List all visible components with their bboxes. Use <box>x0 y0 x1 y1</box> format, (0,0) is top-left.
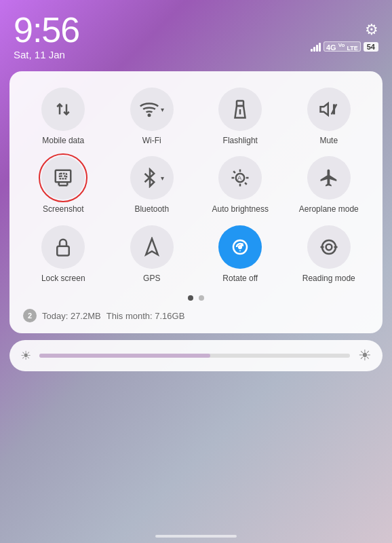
date-display: Sat, 11 Jan <box>14 49 79 60</box>
svg-rect-7 <box>56 170 71 183</box>
time-block: 9:56 Sat, 11 Jan <box>14 12 79 60</box>
settings-icon[interactable]: ⚙ <box>365 21 378 39</box>
signal-bar-4 <box>319 43 321 52</box>
svg-text:A: A <box>238 174 242 181</box>
aeroplane-label: Aeroplane mode <box>299 204 359 214</box>
tile-screenshot[interactable]: Screenshot <box>20 153 106 217</box>
wifi-icon-wrap: ▾ <box>130 88 174 131</box>
tile-rotate-off[interactable]: Rotate off <box>197 223 283 286</box>
tile-bluetooth[interactable]: ▾ Bluetooth <box>109 153 195 217</box>
mute-label: Mute <box>319 136 338 145</box>
tile-flashlight[interactable]: Flashlight <box>197 85 283 148</box>
tile-lock-screen[interactable]: Lock screen <box>20 223 106 286</box>
svg-rect-19 <box>58 246 70 256</box>
brightness-high-icon: ☀ <box>358 347 372 364</box>
wifi-label: Wi-Fi <box>142 136 161 145</box>
network-badge: 4G Vo LTE <box>324 41 361 52</box>
signal-bar-3 <box>316 45 318 52</box>
status-bar: 9:56 Sat, 11 Jan ⚙ 4G Vo LTE 54 <box>0 0 392 64</box>
page-dots <box>20 295 372 301</box>
signal-bars <box>311 42 321 52</box>
tile-auto-brightness[interactable]: A Auto brightness <box>197 153 283 217</box>
rotate-off-label: Rotate off <box>222 274 258 283</box>
bluetooth-label: Bluetooth <box>134 204 169 214</box>
svg-point-2 <box>149 115 151 117</box>
mute-icon-wrap <box>307 88 351 131</box>
wifi-icon <box>139 99 159 119</box>
screenshot-label: Screenshot <box>43 204 84 214</box>
status-right: ⚙ 4G Vo LTE 54 <box>311 21 378 52</box>
gps-label: GPS <box>143 274 160 283</box>
mobile-data-label: Mobile data <box>42 136 84 145</box>
svg-point-22 <box>322 240 336 254</box>
battery-badge: 54 <box>364 42 378 52</box>
mobile-data-icon <box>53 99 73 119</box>
svg-point-21 <box>239 246 241 248</box>
data-today: Today: 27.2MB <box>42 311 101 321</box>
tile-mobile-data[interactable]: Mobile data <box>20 85 106 148</box>
tile-mute[interactable]: Mute <box>286 85 372 148</box>
svg-line-15 <box>245 183 247 185</box>
tile-reading-mode[interactable]: Reading mode <box>286 223 372 286</box>
aeroplane-icon-wrap <box>307 156 351 200</box>
tiles-grid: Mobile data ▾ Wi-Fi <box>20 85 372 286</box>
brightness-icon: A <box>230 168 250 188</box>
screenshot-icon-wrap <box>41 156 85 200</box>
tile-wifi[interactable]: ▾ Wi-Fi <box>109 85 195 148</box>
brightness-bar[interactable]: ☀ ☀ <box>9 340 383 371</box>
brightness-low-icon: ☀ <box>20 348 31 363</box>
home-indicator[interactable] <box>155 535 237 538</box>
tile-aeroplane[interactable]: Aeroplane mode <box>286 153 372 217</box>
bluetooth-icon <box>140 168 160 188</box>
lock-icon-wrap <box>41 225 85 269</box>
auto-brightness-icon-wrap: A <box>218 156 262 200</box>
signal-bar-1 <box>311 49 313 52</box>
flashlight-icon-wrap <box>218 88 262 131</box>
auto-brightness-label: Auto brightness <box>212 204 269 214</box>
bluetooth-icon-wrap: ▾ <box>130 156 174 200</box>
svg-line-14 <box>234 172 236 174</box>
brightness-fill <box>39 354 210 358</box>
flashlight-label: Flashlight <box>223 136 258 145</box>
signal-bar-2 <box>313 47 315 52</box>
lock-icon <box>53 237 73 257</box>
brightness-track[interactable] <box>39 354 350 358</box>
data-usage-row: 2 Today: 27.2MB This month: 7.16GB <box>20 309 372 322</box>
rotate-icon <box>230 237 250 257</box>
gps-icon <box>142 237 162 257</box>
data-badge: 2 <box>23 309 37 322</box>
page-dot-1[interactable] <box>188 295 193 301</box>
page-dot-2[interactable] <box>199 295 204 301</box>
rotate-icon-wrap <box>218 225 262 269</box>
lock-screen-label: Lock screen <box>41 274 85 283</box>
reading-icon-wrap <box>307 225 351 269</box>
screenshot-icon <box>53 168 73 188</box>
gps-icon-wrap <box>130 225 174 269</box>
status-icons: 4G Vo LTE 54 <box>311 41 378 52</box>
reading-icon <box>319 237 339 257</box>
aeroplane-icon <box>319 168 339 188</box>
tile-gps[interactable]: GPS <box>109 223 195 286</box>
flashlight-icon <box>230 99 250 119</box>
data-month: This month: 7.16GB <box>106 311 185 321</box>
mobile-data-icon-wrap <box>41 88 85 131</box>
quick-settings-panel: Mobile data ▾ Wi-Fi <box>9 71 383 333</box>
reading-mode-label: Reading mode <box>302 274 355 283</box>
svg-point-23 <box>326 244 332 250</box>
time-display: 9:56 <box>14 12 79 48</box>
mute-icon <box>319 99 339 119</box>
